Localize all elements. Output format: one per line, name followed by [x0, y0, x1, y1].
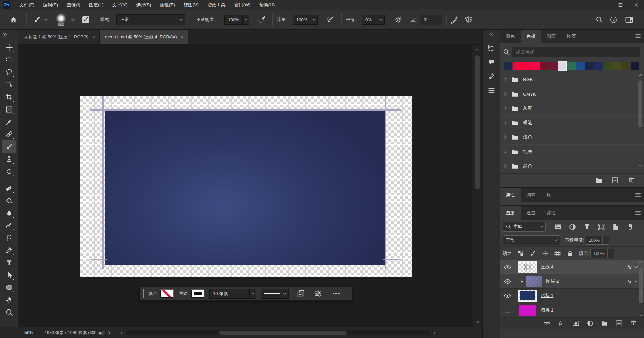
layer-fx-badge[interactable]: fx	[627, 279, 631, 284]
menu-item-图像I[interactable]: 图像(I)	[62, 0, 85, 10]
swatch-group-黑色[interactable]: 黑色	[500, 159, 644, 173]
move-tool[interactable]	[2, 41, 16, 54]
smudge-tool[interactable]	[2, 219, 16, 232]
menu-item-编辑E[interactable]: 编辑(E)	[39, 0, 62, 10]
layer-fill-input[interactable]: 100%	[590, 249, 614, 258]
panel-menu-icon[interactable]	[635, 211, 641, 215]
chevron-right-icon[interactable]	[504, 121, 507, 125]
swatch-group-灰度[interactable]: 灰度	[500, 101, 644, 116]
scroll-up-icon[interactable]	[639, 74, 642, 77]
lock-artboard-icon[interactable]	[554, 250, 561, 257]
blur-tool[interactable]	[2, 207, 16, 219]
airbrush-button[interactable]	[326, 10, 335, 30]
horizontal-scroll-thumb[interactable]	[219, 331, 347, 335]
menu-item-图层L[interactable]: 图层(L)	[85, 0, 108, 10]
lock-brush-icon[interactable]	[530, 250, 536, 257]
search-button[interactable]	[596, 10, 603, 30]
color-swatch[interactable]	[522, 62, 531, 70]
object-selection-tool[interactable]	[2, 78, 16, 91]
blend-mode-select[interactable]: 正常	[503, 235, 560, 245]
color-swatch[interactable]	[594, 62, 603, 70]
drag-handle[interactable]	[143, 289, 144, 298]
paint-bucket-tool[interactable]	[2, 194, 16, 207]
color-swatch[interactable]	[540, 62, 549, 70]
stroke-color-swatch[interactable]	[191, 290, 204, 298]
shape-layer-filter-icon[interactable]	[598, 224, 605, 230]
layer-style-icon[interactable]: fx	[558, 320, 564, 326]
delete-swatch-icon[interactable]	[628, 177, 635, 183]
smoothing-options-button[interactable]	[395, 10, 402, 30]
layer-mask-icon[interactable]	[573, 320, 579, 326]
new-group-icon[interactable]	[596, 177, 602, 183]
layer-thumbnail[interactable]	[526, 276, 542, 287]
menu-item-文字Y[interactable]: 文字(Y)	[108, 0, 132, 10]
chevron-right-icon[interactable]	[504, 77, 507, 81]
document-canvas[interactable]	[80, 96, 412, 277]
scroll-thumb[interactable]	[638, 80, 642, 127]
expand-panels-button[interactable]	[483, 30, 500, 38]
layer-visibility-toggle[interactable]	[500, 303, 515, 317]
color-swatch[interactable]	[622, 62, 630, 70]
eraser-tool[interactable]	[2, 182, 16, 194]
properties-tab-库[interactable]: 库	[541, 188, 557, 202]
comments-panel-button[interactable]	[483, 55, 500, 69]
swatches-tab-图案[interactable]: 图案	[561, 30, 582, 43]
menu-item-帮助H[interactable]: 帮助(H)	[255, 0, 279, 10]
swatch-scrollbar[interactable]	[638, 74, 643, 167]
zoom-tool[interactable]	[2, 306, 16, 319]
brush-size-picker[interactable]: 800	[56, 10, 66, 30]
ellipse-tool[interactable]	[2, 281, 16, 294]
tab-close-icon[interactable]: ×	[181, 34, 184, 40]
tool-preset-picker[interactable]	[33, 10, 47, 30]
stroke-width-input[interactable]: 10 像素	[209, 289, 256, 299]
size-pressure-button[interactable]	[450, 10, 458, 30]
panel-menu-icon[interactable]	[635, 193, 641, 197]
brush-angle-input[interactable]: 0°	[420, 10, 442, 30]
color-swatch[interactable]	[585, 62, 594, 70]
menu-item-窗口W[interactable]: 窗口(W)	[230, 0, 255, 10]
path-selection-tool[interactable]	[2, 269, 16, 281]
document-tab[interactable]: menu1.psd @ 50% (直线 4, RGB/8#) ×	[100, 30, 188, 44]
help-button[interactable]: ?	[610, 10, 617, 30]
swatches-tab-颜色[interactable]: 颜色	[500, 30, 521, 43]
color-swatch[interactable]	[558, 62, 567, 70]
flow-input[interactable]: 100%	[293, 10, 318, 30]
dodge-tool[interactable]	[2, 232, 16, 244]
layer-visibility-toggle[interactable]	[500, 289, 515, 303]
layer-visibility-toggle[interactable]	[500, 274, 515, 288]
canvas-horizontal-scrollbar[interactable]	[126, 330, 430, 335]
home-button[interactable]	[10, 10, 17, 30]
vertical-scroll-thumb[interactable]	[475, 55, 480, 189]
rectangular-marquee-tool[interactable]	[2, 54, 16, 66]
swatches-tab-色板[interactable]: 色板	[521, 30, 541, 43]
stroke-style-select[interactable]	[261, 289, 289, 299]
symmetry-button[interactable]	[464, 10, 474, 30]
layer-row-图层 2[interactable]: 图层 2 fx	[500, 274, 644, 289]
scroll-right-icon[interactable]	[433, 331, 436, 334]
swatch-search-input[interactable]	[512, 47, 640, 57]
panel-menu-icon[interactable]	[635, 34, 641, 38]
delete-layer-icon[interactable]	[630, 320, 637, 326]
opacity-pressure-button[interactable]	[258, 10, 266, 30]
layer-thumbnail[interactable]	[519, 305, 536, 316]
workspace-button[interactable]	[625, 10, 633, 30]
color-swatch[interactable]	[631, 62, 639, 70]
layer-row-图层 1[interactable]: 图层 1	[500, 303, 644, 318]
hand-tool[interactable]	[2, 294, 16, 306]
smart-object-filter-icon[interactable]	[612, 224, 619, 230]
history-brush-tool[interactable]	[2, 165, 16, 178]
properties-tab-调整[interactable]: 调整	[521, 188, 541, 202]
shape-settings-icon[interactable]	[315, 290, 322, 297]
menu-item-视图V[interactable]: 视图(V)	[179, 0, 203, 10]
lock-transparency-icon[interactable]	[517, 250, 524, 257]
menu-item-滤镜T[interactable]: 滤镜(T)	[156, 0, 179, 10]
swatch-group-RGB[interactable]: RGB	[500, 72, 644, 87]
swatch-group-纯净[interactable]: 纯净	[500, 145, 644, 159]
lasso-tool[interactable]	[2, 66, 16, 78]
color-swatch[interactable]	[567, 62, 576, 70]
link-layers-icon[interactable]	[544, 320, 550, 326]
menu-item-增效工具[interactable]: 增效工具	[203, 0, 230, 10]
scroll-down-icon[interactable]	[639, 314, 643, 317]
brush-tool[interactable]	[2, 140, 16, 153]
scroll-down-icon[interactable]	[639, 164, 642, 167]
